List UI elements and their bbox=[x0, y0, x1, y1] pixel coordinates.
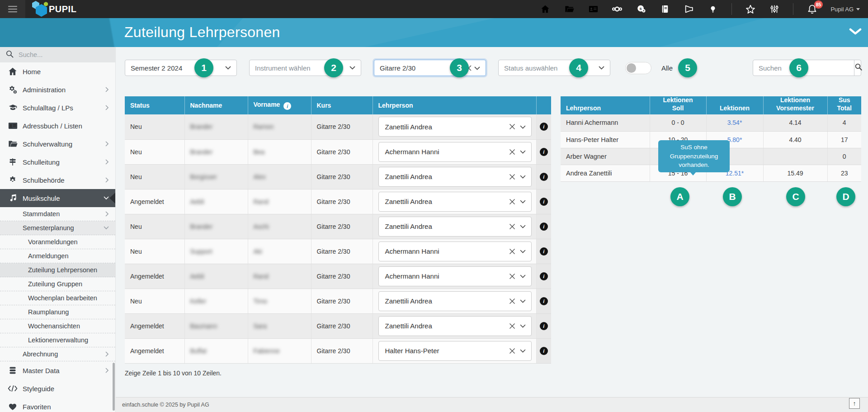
sidebar-search[interactable] bbox=[0, 47, 115, 62]
col-vorname: Vornamei bbox=[248, 96, 311, 114]
info-icon[interactable]: i bbox=[540, 347, 548, 355]
lehrperson-cell: Zanettili Andrea bbox=[373, 313, 536, 338]
col-status: Status bbox=[125, 96, 184, 114]
sidebar-item-master-data[interactable]: Master Data bbox=[0, 361, 115, 379]
heart-icon bbox=[7, 403, 18, 411]
clear-icon[interactable] bbox=[509, 298, 520, 304]
collapse-header-chevron-icon[interactable] bbox=[849, 28, 862, 37]
sidebar-item-schulbehörde[interactable]: Schulbehörde bbox=[0, 171, 115, 189]
music-note-icon bbox=[7, 194, 18, 203]
sidebar-item-semesterplanung[interactable]: Semesterplanung bbox=[0, 221, 115, 235]
hamburger-menu-icon[interactable] bbox=[0, 0, 25, 18]
sidebar-item-schulalltag-lps[interactable]: Schulalltag / LPs bbox=[0, 99, 115, 117]
sidebar-item-stammdaten[interactable]: Stammdaten bbox=[0, 207, 115, 221]
sidebar-item-label: Favoriten bbox=[23, 403, 51, 411]
teacher-select[interactable]: Zanettili Andrea bbox=[378, 217, 532, 237]
teacher-select[interactable]: Zanettili Andrea bbox=[378, 117, 532, 137]
search-button[interactable] bbox=[854, 60, 863, 76]
status-dropdown[interactable]: Status auswählen bbox=[498, 60, 610, 76]
alle-toggle[interactable] bbox=[625, 62, 651, 74]
info-icon[interactable]: i bbox=[540, 322, 548, 330]
teacher-select[interactable]: Zanettili Andrea bbox=[378, 192, 532, 212]
lektionen-vorsemester-cell bbox=[763, 148, 827, 165]
teacher-select[interactable]: Zanettili Andrea bbox=[378, 291, 532, 311]
star-icon[interactable] bbox=[745, 4, 756, 14]
row-info-cell: i bbox=[536, 338, 551, 363]
vorname-cell: Alex bbox=[248, 164, 311, 189]
clear-icon[interactable] bbox=[509, 348, 520, 354]
teacher-select[interactable]: Achermann Hanni bbox=[378, 142, 532, 162]
sidebar-search-input[interactable] bbox=[19, 51, 110, 58]
teacher-select[interactable]: Achermann Hanni bbox=[378, 242, 532, 261]
sidebar-scrollbar[interactable] bbox=[113, 363, 115, 411]
sidebar-item-zuteilung-gruppen[interactable]: Zuteilung Gruppen bbox=[0, 277, 115, 291]
clear-icon[interactable] bbox=[509, 273, 520, 279]
sidebar-item-label: Schulleitung bbox=[23, 158, 60, 166]
table-pagination-status: Zeige Zeile 1 bis 10 von 10 Zeilen. bbox=[125, 369, 222, 377]
teacher-select[interactable]: Achermann Hanni bbox=[378, 266, 532, 286]
folder-open-icon[interactable] bbox=[564, 4, 575, 14]
row-info-cell: i bbox=[536, 289, 551, 313]
info-icon[interactable]: i bbox=[540, 148, 548, 156]
sidebar-item-administration[interactable]: Administration bbox=[0, 81, 115, 99]
sidebar-item-anmeldungen[interactable]: Anmeldungen bbox=[0, 249, 115, 263]
sidebar-item-wochenansichten[interactable]: Wochenansichten bbox=[0, 319, 115, 333]
toggle-knob bbox=[627, 63, 636, 73]
clear-icon[interactable] bbox=[509, 149, 520, 155]
sidebar-item-musikschule[interactable]: Musikschule bbox=[0, 189, 115, 207]
clear-icon[interactable] bbox=[509, 323, 520, 329]
lightbulb-icon[interactable] bbox=[708, 4, 718, 14]
sidebar-item-schulleitung[interactable]: Schulleitung bbox=[0, 153, 115, 171]
sharepoint-icon[interactable]: s bbox=[636, 4, 646, 14]
home-icon[interactable] bbox=[540, 4, 551, 14]
blurred-lastname: Buffat bbox=[190, 347, 207, 355]
sidebar-item-raumplanung[interactable]: Raumplanung bbox=[0, 305, 115, 319]
info-icon[interactable]: i bbox=[540, 297, 548, 305]
sidebar-item-favoriten[interactable]: Favoriten bbox=[0, 398, 115, 412]
info-icon[interactable]: i bbox=[540, 198, 548, 206]
nextcloud-icon[interactable] bbox=[612, 4, 623, 14]
info-icon[interactable]: i bbox=[540, 173, 548, 181]
graduation-cap-icon bbox=[7, 103, 18, 112]
megaphone-icon[interactable] bbox=[684, 4, 694, 14]
teacher-select[interactable]: Zanettili Andrea bbox=[378, 316, 532, 336]
bell-icon[interactable]: 85 bbox=[807, 4, 817, 14]
teacher-select-value: Zanettili Andrea bbox=[385, 123, 432, 131]
clear-icon[interactable] bbox=[509, 199, 520, 205]
sidebar-item-styleguide[interactable]: Styleguide bbox=[0, 379, 115, 398]
teacher-select[interactable]: Halter Hans-Peter bbox=[378, 341, 532, 361]
sidebar-item-voranmeldungen[interactable]: Voranmeldungen bbox=[0, 235, 115, 249]
info-icon[interactable]: i bbox=[540, 123, 548, 131]
chevron-down-icon bbox=[474, 64, 480, 72]
clear-icon[interactable] bbox=[509, 248, 520, 255]
course-combobox[interactable]: Gitarre 2/30 bbox=[374, 60, 486, 76]
sidebar-item-abrechnung[interactable]: Abrechnung bbox=[0, 347, 115, 361]
sidebar-item-zuteilung-lehrpersonen[interactable]: Zuteilung Lehrpersonen bbox=[0, 263, 115, 277]
sidebar-item-schulverwaltung[interactable]: Schulverwaltung bbox=[0, 135, 115, 153]
account-menu[interactable]: Pupil AG bbox=[830, 6, 860, 13]
sidebar-item-label: Wochenansichten bbox=[28, 322, 80, 330]
info-icon[interactable]: i bbox=[540, 223, 548, 231]
info-icon[interactable]: i bbox=[540, 247, 548, 256]
teacher-select[interactable]: Zanettili Andrea bbox=[378, 167, 532, 187]
clear-icon[interactable] bbox=[509, 123, 520, 130]
sidebar-item-lektionenverwaltung[interactable]: Lektionenverwaltung bbox=[0, 333, 115, 347]
assignment-row: AngemeldetAebliRandGitarre 2/30Achermann… bbox=[125, 264, 551, 289]
info-icon[interactable]: i bbox=[283, 102, 291, 110]
book-icon[interactable] bbox=[660, 4, 670, 14]
clear-icon[interactable] bbox=[509, 223, 520, 230]
app-logo[interactable]: PUPIL bbox=[32, 0, 76, 18]
kurs-cell: Gitarre 2/30 bbox=[311, 338, 373, 363]
scroll-to-top-button[interactable]: ↑ bbox=[849, 398, 860, 409]
sidebar-item-adressbuch-listen[interactable]: Adressbuch / Listen bbox=[0, 117, 115, 135]
instrument-dropdown[interactable]: Instrument wählen bbox=[249, 60, 361, 76]
info-icon[interactable]: i bbox=[540, 272, 548, 280]
sidebar-item-wochenplan-bearbeiten[interactable]: Wochenplan bearbeiten bbox=[0, 291, 115, 305]
clear-icon[interactable] bbox=[509, 174, 520, 180]
sidebar-item-home[interactable]: Home bbox=[0, 62, 115, 81]
lektionen-value[interactable]: 3.54* bbox=[727, 119, 742, 126]
sliders-icon[interactable] bbox=[769, 4, 780, 14]
semester-dropdown[interactable]: Semester 2 2024 bbox=[125, 60, 237, 76]
address-card-icon[interactable] bbox=[588, 4, 599, 14]
kurs-cell: Gitarre 2/30 bbox=[311, 289, 373, 313]
